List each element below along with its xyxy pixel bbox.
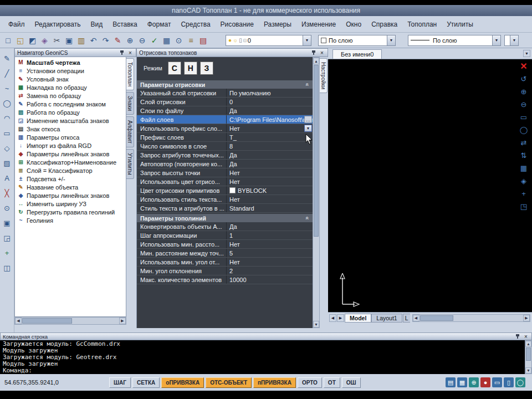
layers-icon[interactable]: ▦ xyxy=(457,377,467,387)
section-header[interactable]: Параметры отрисовки« xyxy=(137,80,313,89)
properties-vscrollbar[interactable]: ▲ ▼ xyxy=(313,57,320,328)
property-value[interactable]: Нет▼ xyxy=(227,124,313,132)
scroll-up-icon[interactable]: ▲ xyxy=(525,341,531,347)
pin-icon[interactable] xyxy=(120,50,125,55)
tree-item[interactable]: ▨Работа по образцу xyxy=(15,108,126,116)
property-row[interactable]: Использовать мин. угол от...Нет xyxy=(137,258,313,267)
menu-item-10[interactable]: Окно xyxy=(341,19,366,30)
property-value[interactable]: Нет xyxy=(227,240,313,248)
property-row[interactable]: Шаг аппроксимации1 xyxy=(137,231,313,240)
tree-item[interactable]: ⊞Классификатор+Наименование xyxy=(15,158,126,166)
color-combo[interactable]: По слою ▼ xyxy=(318,35,396,46)
mode-button-3[interactable]: З xyxy=(200,62,213,75)
tree-item[interactable]: MМасштаб чертежа xyxy=(15,58,126,66)
lock-icon[interactable]: ▯ xyxy=(504,377,514,387)
navigator-hscrollbar[interactable]: ◀ ▶ xyxy=(14,317,126,325)
menu-item-5[interactable]: Формат xyxy=(142,19,176,30)
arc-icon[interactable]: ◠ xyxy=(2,112,13,124)
property-value[interactable]: Standard xyxy=(227,204,313,212)
scroll-up-icon[interactable]: ▲ xyxy=(313,58,319,64)
property-value[interactable]: 2 xyxy=(227,267,313,275)
tab-scroll-right-icon[interactable]: ▶ xyxy=(337,314,344,322)
status-toggle-8[interactable]: ОШ xyxy=(342,377,361,388)
property-value[interactable]: Нет xyxy=(227,168,313,177)
nav-side-tab-1[interactable]: Топоплан xyxy=(126,58,134,90)
tree-item[interactable]: ⇄Замена по образцу xyxy=(15,91,126,100)
copy-icon[interactable]: ▣ xyxy=(63,34,75,46)
dimension-icon[interactable]: ◫ xyxy=(2,262,13,273)
tree-item[interactable]: ✎Условный знак xyxy=(15,75,126,83)
property-value[interactable]: 8 xyxy=(227,142,313,150)
zoom-out-icon[interactable]: ⊖ xyxy=(518,99,529,110)
redo-icon[interactable]: ↷ xyxy=(100,34,111,46)
zoom-icon[interactable]: ⊕ xyxy=(469,377,479,387)
scroll-thumb[interactable] xyxy=(420,315,453,321)
tree-item[interactable]: ≡Установки операции xyxy=(15,66,126,75)
polygon-icon[interactable]: ◇ xyxy=(2,142,13,154)
scroll-thumb[interactable] xyxy=(22,318,72,324)
scroll-right-icon[interactable]: ▶ xyxy=(119,318,126,324)
zoom-window-icon[interactable]: ▭ xyxy=(518,111,529,122)
tree-item[interactable]: ↔Изменить ширину УЗ xyxy=(15,200,126,208)
tree-item[interactable]: ◆Параметры линейных знаков xyxy=(15,150,126,158)
nav-side-tab-3[interactable]: Алфавит xyxy=(126,116,134,147)
scroll-thumb[interactable] xyxy=(526,347,531,361)
open-file-icon[interactable]: ◱ xyxy=(14,34,26,46)
calc-icon[interactable]: ▤ xyxy=(197,34,209,46)
property-row[interactable]: Использовать цвет отрисо...Нет xyxy=(137,177,313,186)
tree-item[interactable]: ~Геолиния xyxy=(15,216,126,224)
pan-vertical-icon[interactable]: ⇅ xyxy=(518,150,529,161)
tree-item[interactable]: ✎Название объекта xyxy=(15,183,126,191)
pin-icon[interactable] xyxy=(311,50,316,55)
undo-icon[interactable]: ↶ xyxy=(88,34,99,46)
property-value[interactable]: BYBLOCK xyxy=(227,186,313,195)
property-row[interactable]: Использовать стиль текста...Нет xyxy=(137,195,313,204)
status-toggle-7[interactable]: ОТ xyxy=(324,377,340,388)
scale-icon[interactable]: ◲ xyxy=(2,232,13,243)
format-painter-icon[interactable]: ✎ xyxy=(112,34,124,46)
mode-button-1[interactable]: С xyxy=(168,62,181,75)
command-line-header[interactable]: Командная строка × xyxy=(0,332,532,340)
status-toggle-1[interactable]: ШАГ xyxy=(109,377,131,388)
property-row[interactable]: Файл слоевC:\Program Files\Nanosoft\nano… xyxy=(137,115,313,124)
tree-item[interactable]: ◲Изменение масштаба знаков xyxy=(15,116,126,125)
close-icon[interactable]: × xyxy=(319,49,325,56)
layout-tab-layout1[interactable]: Layout1 xyxy=(371,314,402,323)
attach-icon[interactable]: ⊙ xyxy=(173,34,185,46)
point-icon[interactable]: ⊙ xyxy=(2,202,13,213)
property-row[interactable]: Слои по файлуДа xyxy=(137,106,313,115)
nav-side-tab-2[interactable]: Знаки xyxy=(126,92,134,115)
zoom-in-icon[interactable]: ⊕ xyxy=(124,34,136,46)
record-icon[interactable]: ● xyxy=(480,377,490,387)
nav-side-tab-4[interactable]: Утилиты xyxy=(126,149,134,179)
scroll-thumb[interactable] xyxy=(314,65,319,237)
menu-item-3[interactable]: Вид xyxy=(85,19,108,30)
chevron-down-icon[interactable]: ▼ xyxy=(303,35,311,45)
close-icon[interactable]: × xyxy=(523,333,529,340)
erase-icon[interactable]: ╳ xyxy=(2,187,13,198)
property-row[interactable]: Цвет отрисовки примитивовBYBLOCK xyxy=(137,186,313,195)
rectangle-icon[interactable]: ▭ xyxy=(2,127,13,139)
navigator-header[interactable]: Навигатор GeoniCS × xyxy=(14,48,136,57)
property-row[interactable]: Запрос высоты точкиНет xyxy=(137,168,313,177)
circle-icon[interactable]: ◯ xyxy=(2,98,13,109)
menu-item-9[interactable]: Изменение xyxy=(296,19,341,30)
zoom-out-icon[interactable]: ⊖ xyxy=(136,34,148,46)
property-value[interactable]: T_ xyxy=(227,133,313,141)
menu-item-7[interactable]: Рисование xyxy=(216,19,259,30)
scroll-right-icon[interactable]: ▶ xyxy=(523,315,530,321)
globe-icon[interactable]: ◯ xyxy=(515,377,525,387)
property-value[interactable]: 0 xyxy=(227,98,313,106)
viewport-icon[interactable]: ◳ xyxy=(518,201,529,212)
layout-tab-partial[interactable]: L xyxy=(403,314,410,323)
paste-icon[interactable]: ▥ xyxy=(75,34,87,46)
property-row[interactable]: Число символов в слое8 xyxy=(137,142,313,151)
canvas-hscrollbar[interactable]: ◀ ▶ xyxy=(412,314,530,322)
property-row[interactable]: Использовать префикс сло...Нет▼ xyxy=(137,124,313,133)
line-icon[interactable]: ╱ xyxy=(2,68,13,79)
pan-horizontal-icon[interactable]: ⇄ xyxy=(518,137,529,148)
property-value[interactable]: Да xyxy=(227,151,313,159)
zoom-extents-icon[interactable]: ◯ xyxy=(518,124,529,135)
property-value[interactable]: По умолчанию xyxy=(227,89,313,97)
tree-item[interactable]: ↓Импорт из файла RGD xyxy=(15,141,126,150)
